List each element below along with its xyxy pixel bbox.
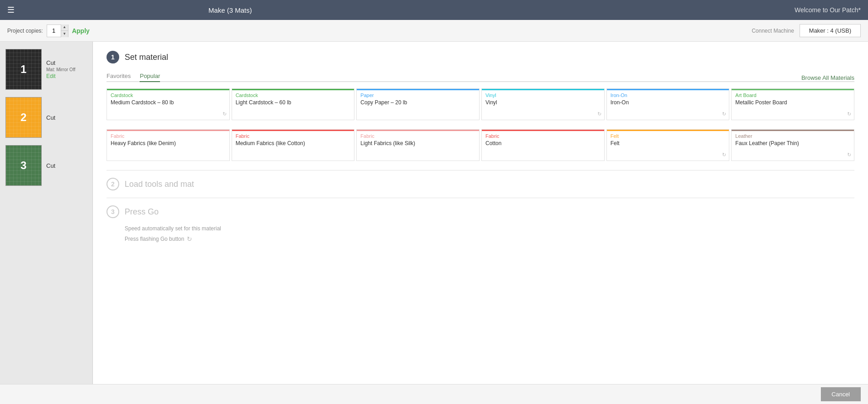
material-name: Medium Fabrics (like Cotton)	[236, 140, 351, 147]
material-type: Leather	[735, 133, 850, 139]
refresh-icon: ↻	[597, 111, 601, 117]
material-card-fabric-cotton[interactable]: Fabric Cotton	[481, 129, 605, 161]
mat-info-3: Cut	[46, 162, 55, 169]
material-type: Fabric	[485, 133, 601, 139]
menu-icon[interactable]: ☰	[7, 5, 15, 15]
mat-number-2: 2	[20, 111, 26, 124]
step3-circle: 3	[107, 205, 119, 218]
mat-thumbnail-1: 1	[5, 49, 42, 90]
copies-spin-down[interactable]: ▼	[61, 30, 68, 37]
content-area: 1 Set material Favorites Popular Browse …	[93, 42, 868, 384]
material-type: Paper	[360, 92, 475, 98]
apply-button[interactable]: Apply	[72, 27, 90, 34]
material-card-iron-on[interactable]: Iron-On Iron-On ↻	[606, 88, 730, 120]
material-card-cardstock-medium[interactable]: Cardstock Medium Cardstock – 80 lb ↻	[107, 88, 230, 120]
material-card-leather[interactable]: Leather Faux Leather (Paper Thin) ↻	[731, 129, 854, 161]
main-layout: 1 Cut Mat: Mirror Off Edit 2 Cut 3	[0, 42, 868, 384]
connect-machine-label: Connect Machine	[752, 28, 794, 34]
material-name: Faux Leather (Paper Thin)	[735, 140, 850, 147]
mat-mirror-label-1: Mat: Mirror Off	[46, 67, 75, 72]
material-grid-row2: Fabric Heavy Fabrics (like Denim) Fabric…	[107, 129, 854, 161]
mat-info-2: Cut	[46, 114, 55, 121]
material-card-cardstock-light[interactable]: Cardstock Light Cardstock – 60 lb	[232, 88, 355, 120]
tab-popular[interactable]: Popular	[140, 71, 160, 82]
material-name: Iron-On	[611, 99, 726, 107]
step3-title: Press Go	[125, 207, 159, 217]
mat-number-3: 3	[20, 159, 26, 172]
material-card-fabric-light[interactable]: Fabric Light Fabrics (like Silk)	[356, 129, 480, 161]
card-indicator	[732, 130, 854, 131]
mat-number-1: 1	[20, 63, 26, 76]
mat-thumbnail-2: 2	[5, 97, 42, 138]
material-type: Fabric	[360, 133, 475, 139]
material-card-vinyl[interactable]: Vinyl Vinyl ↻	[481, 88, 605, 120]
material-type: Vinyl	[485, 92, 601, 98]
material-name: Heavy Fabrics (like Denim)	[111, 140, 226, 147]
card-indicator	[607, 89, 729, 90]
mat-edit-link-1[interactable]: Edit	[46, 73, 75, 79]
step3-header: 3 Press Go	[107, 205, 854, 218]
cancel-button[interactable]: Cancel	[821, 387, 861, 401]
sidebar: 1 Cut Mat: Mirror Off Edit 2 Cut 3	[0, 42, 93, 384]
step1-number: 1	[111, 54, 115, 61]
step1-section: 1 Set material Favorites Popular Browse …	[107, 51, 854, 161]
material-card-fabric-medium[interactable]: Fabric Medium Fabrics (like Cotton)	[232, 129, 355, 161]
mat-cut-label-2: Cut	[46, 114, 55, 121]
card-indicator	[107, 89, 229, 90]
material-name: Vinyl	[485, 99, 601, 107]
card-indicator	[732, 89, 854, 90]
refresh-icon: ↻	[223, 111, 227, 117]
go-refresh-icon: ↻	[187, 235, 192, 243]
card-indicator	[107, 130, 229, 131]
material-name: Metallic Poster Board	[735, 99, 850, 107]
mat-info-1: Cut Mat: Mirror Off Edit	[46, 59, 75, 79]
press-go-text: Press flashing Go button	[125, 236, 184, 242]
mat-thumbnail-3: 3	[5, 145, 42, 186]
material-type: Felt	[611, 133, 726, 139]
step1-header: 1 Set material	[107, 51, 854, 63]
footer: Cancel	[0, 384, 868, 404]
material-card-art-board[interactable]: Art Board Metallic Poster Board ↻	[731, 88, 854, 120]
material-type: Fabric	[111, 133, 226, 139]
material-card-paper[interactable]: Paper Copy Paper – 20 lb	[356, 88, 480, 120]
machine-button[interactable]: Maker : 4 (USB)	[800, 24, 861, 37]
project-copies-input[interactable]	[47, 25, 61, 37]
material-card-felt[interactable]: Felt Felt ↻	[606, 129, 730, 161]
mat-item-1[interactable]: 1 Cut Mat: Mirror Off Edit	[0, 45, 92, 93]
step2-section: 2 Load tools and mat	[107, 178, 854, 190]
app-name: Welcome to Our Patch*	[441, 6, 861, 14]
project-copies-label: Project copies:	[7, 28, 43, 34]
step2-header: 2 Load tools and mat	[107, 178, 854, 190]
card-indicator	[607, 130, 729, 131]
material-card-fabric-heavy[interactable]: Fabric Heavy Fabrics (like Denim)	[107, 129, 230, 161]
material-grid-row1: Cardstock Medium Cardstock – 80 lb ↻ Car…	[107, 88, 854, 120]
step3-number: 3	[111, 208, 115, 215]
mat-item-2[interactable]: 2 Cut	[0, 93, 92, 141]
step2-circle: 2	[107, 178, 119, 190]
mat-item-3[interactable]: 3 Cut	[0, 141, 92, 190]
step2-number: 2	[111, 180, 115, 188]
header: ☰ Make (3 Mats) Welcome to Our Patch*	[0, 0, 868, 20]
browse-all-link[interactable]: Browse All Materials	[801, 74, 854, 81]
copies-spin-up[interactable]: ▲	[61, 24, 68, 31]
refresh-icon: ↻	[847, 111, 851, 117]
tab-favorites[interactable]: Favorites	[107, 71, 131, 82]
step2-title: Load tools and mat	[125, 180, 194, 189]
material-type: Iron-On	[611, 92, 726, 98]
card-indicator	[232, 89, 354, 90]
mat-cut-label-1: Cut	[46, 59, 75, 66]
refresh-icon: ↻	[722, 152, 726, 158]
card-indicator	[482, 130, 604, 131]
refresh-icon: ↻	[847, 152, 851, 158]
material-name: Light Cardstock – 60 lb	[236, 99, 351, 107]
refresh-icon: ↻	[722, 111, 726, 117]
material-tabs: Favorites Popular Browse All Materials	[107, 71, 854, 82]
window-title: Make (3 Mats)	[20, 6, 441, 14]
card-indicator	[482, 89, 604, 90]
step1-title: Set material	[125, 53, 168, 62]
press-go-sub1: Speed automatically set for this materia…	[125, 225, 854, 232]
divider-1	[107, 170, 854, 170]
mat-cut-label-3: Cut	[46, 162, 55, 169]
material-type: Cardstock	[111, 92, 226, 98]
card-indicator	[357, 130, 479, 131]
